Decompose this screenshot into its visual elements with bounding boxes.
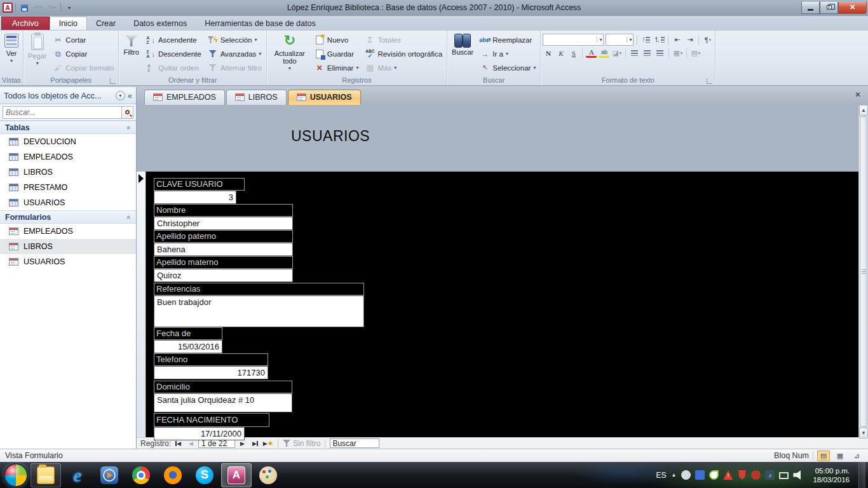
bullet-list-icon[interactable]: ⁝ <box>641 34 651 45</box>
record-selector-bar[interactable] <box>137 172 146 438</box>
italic-button[interactable]: K <box>555 48 566 58</box>
highlight-button[interactable]: ab <box>599 49 609 58</box>
taskbar-app-explorer[interactable] <box>31 463 61 487</box>
volume-icon[interactable] <box>793 470 804 480</box>
field-value[interactable]: 171730 <box>154 366 268 379</box>
nav-item-tablas-prestamo[interactable]: PRESTAMO <box>0 180 136 195</box>
totales-button[interactable]: ΣTotales <box>362 33 445 46</box>
taskbar-app-chrome[interactable] <box>126 463 156 487</box>
actualizar-todo-button[interactable]: ↻ Actualizar todo ▾ <box>269 32 311 75</box>
descendente-button[interactable]: ZA↓Descendente <box>143 47 204 60</box>
nav-item-formularios-libros[interactable]: LIBROS <box>0 239 136 254</box>
music-app-icon[interactable]: ♪ <box>765 470 775 480</box>
security-shield-icon[interactable] <box>737 470 747 480</box>
collapse-section-icon[interactable]: « <box>125 215 133 219</box>
paragraph-direction-icon[interactable]: ¶▾ <box>702 34 713 45</box>
nav-pane-menu-icon[interactable]: ▾ <box>116 91 125 100</box>
datasheet-view-button[interactable]: ▦ <box>834 451 846 461</box>
field-value[interactable]: Quiroz <box>154 269 293 282</box>
align-center-button[interactable] <box>642 48 653 58</box>
mas-button[interactable]: ▦Más▾ <box>362 61 445 74</box>
undo-button[interactable]: ↶▾ <box>32 3 44 13</box>
align-left-button[interactable] <box>629 48 640 58</box>
taskbar-app-firefox[interactable] <box>158 463 188 487</box>
field-value[interactable]: Bahena <box>154 243 293 256</box>
nuevo-button[interactable]: ✱Nuevo <box>312 33 362 46</box>
field-value[interactable]: Santa julia Orquideaz # 10 <box>154 393 292 412</box>
fill-color-button[interactable]: ◪▾ <box>611 48 622 58</box>
nav-item-formularios-empleados[interactable]: EMPLEADOS <box>0 224 136 239</box>
new-record-button[interactable]: ▶✱ <box>262 439 273 448</box>
seleccionar-button[interactable]: ↖Seleccionar▾ <box>477 61 538 74</box>
language-indicator[interactable]: ES <box>656 471 667 480</box>
alternate-row-color-button[interactable]: ▤▾ <box>690 48 701 58</box>
dialog-launcher-icon[interactable] <box>110 78 116 84</box>
ribbon-tab-inicio[interactable]: Inicio <box>50 17 87 30</box>
quick-save-button[interactable] <box>18 3 30 13</box>
nav-item-tablas-empleados[interactable]: EMPLEADOS <box>0 149 136 165</box>
field-value[interactable]: 15/03/2016 <box>154 340 222 353</box>
redo-button[interactable]: ↷▾ <box>46 3 58 13</box>
ribbon-tab-archivo[interactable]: Archivo <box>1 17 50 30</box>
nav-item-tablas-libros[interactable]: LIBROS <box>0 165 136 180</box>
field-value[interactable]: Christopher <box>154 217 293 230</box>
revision-ortografica-button[interactable]: ABC✓Revisión ortográfica <box>362 47 445 60</box>
seleccion-button[interactable]: ϟSelección▾ <box>205 33 264 46</box>
scrollbar-thumb[interactable] <box>860 116 867 427</box>
alert-warning-icon[interactable]: ! <box>723 470 733 480</box>
first-record-button[interactable]: ◀ <box>173 439 184 448</box>
gridlines-button[interactable]: ▦▾ <box>672 48 683 58</box>
alternar-filtro-button[interactable]: Alternar filtro <box>205 61 264 74</box>
restore-button[interactable] <box>820 2 838 14</box>
doc-tab-usuarios[interactable]: USUARIOS <box>288 90 361 105</box>
filtro-button[interactable]: Filtro <box>121 32 141 75</box>
nav-pane-header[interactable]: Todos los objetos de Acc... ▾ « <box>0 87 136 104</box>
ribbon-tab-herramientas-de-base-de-datos[interactable]: Herramientas de base de datos <box>196 17 324 30</box>
increase-indent-icon[interactable]: ⇥ <box>684 34 695 45</box>
align-right-button[interactable] <box>654 48 665 58</box>
quitar-orden-button[interactable]: AZQuitar orden <box>143 61 204 74</box>
minimize-button[interactable] <box>801 2 820 14</box>
collapse-section-icon[interactable]: « <box>125 125 133 129</box>
taskbar-app-access[interactable]: A <box>221 463 252 487</box>
ribbon-tab-crear[interactable]: Crear <box>87 17 125 30</box>
network-icon[interactable] <box>779 472 789 479</box>
previous-record-button[interactable]: ◀ <box>186 439 196 448</box>
clock-tray-icon[interactable] <box>681 470 691 480</box>
doc-tab-empleados[interactable]: EMPLEADOS <box>144 90 225 105</box>
field-value[interactable]: 3 <box>154 191 236 204</box>
device-tray-icon[interactable] <box>695 470 705 480</box>
vertical-scrollbar[interactable]: ▲ ▼ <box>858 105 868 438</box>
close-tab-icon[interactable]: ✕ <box>853 90 863 99</box>
avanzadas-button[interactable]: Avanzadas▾ <box>205 47 264 60</box>
customize-quick-access-button[interactable]: ▾ <box>64 3 75 13</box>
taskbar-app-ie[interactable]: e <box>62 463 93 487</box>
numbered-list-icon[interactable]: ⒈ <box>653 34 665 45</box>
ribbon-tab-datos-externos[interactable]: Datos externos <box>125 17 196 30</box>
design-view-button[interactable]: ⊿ <box>850 451 863 461</box>
ascendente-button[interactable]: AZ↓Ascendente <box>143 33 204 46</box>
cortar-button[interactable]: ✂Cortar <box>50 33 116 46</box>
guardar-button[interactable]: Guardar <box>312 47 362 60</box>
shutter-bar-close-icon[interactable]: « <box>128 91 132 100</box>
form-view-button[interactable]: ▤ <box>817 451 830 461</box>
nav-section-header-tablas[interactable]: Tablas« <box>0 121 136 134</box>
eliminar-button[interactable]: ✕Eliminar▾ <box>312 61 362 74</box>
nav-item-formularios-usuarios[interactable]: USUARIOS <box>0 254 136 269</box>
last-record-button[interactable]: ▶ <box>250 439 261 448</box>
reemplazar-button[interactable]: ab⇄Reemplazar <box>477 33 538 46</box>
clock[interactable]: 05:00 p.m. 18/03/2016 <box>809 466 853 484</box>
bold-button[interactable]: N <box>543 48 553 58</box>
copiar-button[interactable]: ⧉Copiar <box>50 47 116 60</box>
show-desktop-button[interactable] <box>858 462 865 488</box>
underline-button[interactable]: S <box>568 48 579 58</box>
nav-item-tablas-usuarios[interactable]: USUARIOS <box>0 195 136 210</box>
audio-manager-icon[interactable] <box>751 470 761 480</box>
font-size-combo[interactable]: ▾ <box>606 34 634 46</box>
start-button[interactable] <box>4 463 28 487</box>
font-color-button[interactable]: A <box>586 49 597 58</box>
field-value[interactable]: 17/11/2000 <box>154 427 245 440</box>
decrease-indent-icon[interactable]: ⇤ <box>672 34 682 45</box>
onenote-clip-icon[interactable] <box>709 470 719 480</box>
taskbar-app-paint[interactable] <box>253 463 283 487</box>
